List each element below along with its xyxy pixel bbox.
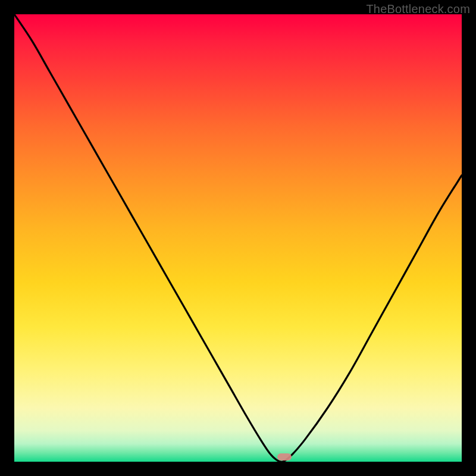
plot-area <box>14 14 462 462</box>
bottleneck-curve <box>14 14 462 462</box>
optimum-marker <box>277 453 292 461</box>
curve-path <box>14 14 462 462</box>
